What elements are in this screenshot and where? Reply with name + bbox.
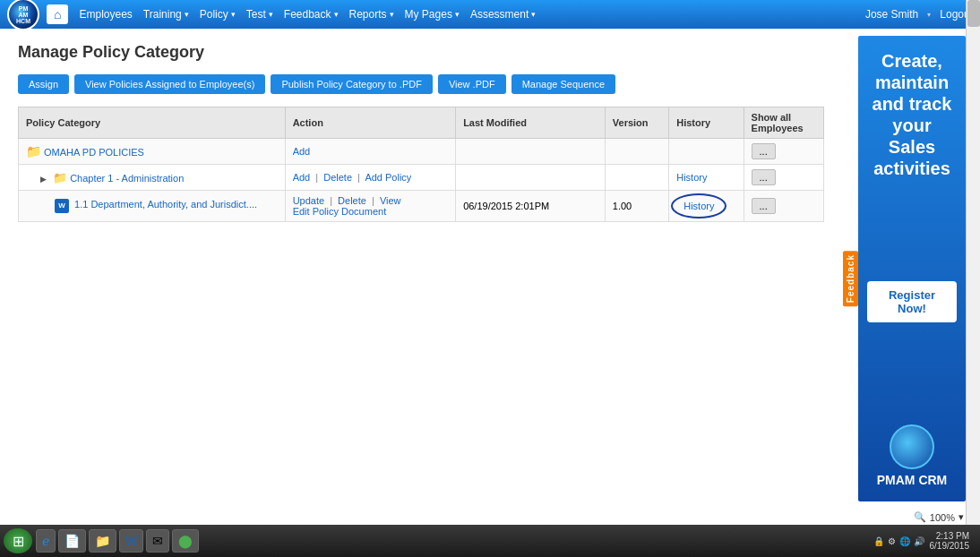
home-button[interactable]: ⌂ bbox=[47, 4, 68, 24]
main-content: Manage Policy Category Assign View Polic… bbox=[0, 29, 842, 236]
taskbar-mail[interactable]: ✉ bbox=[146, 529, 169, 553]
taskbar-clock: 2:13 PM 6/19/2015 bbox=[930, 531, 970, 551]
last-modified-cell bbox=[456, 139, 606, 165]
taskbar-pdf[interactable]: 📄 bbox=[58, 529, 86, 553]
nav-mypages[interactable]: My Pages ▾ bbox=[405, 8, 460, 21]
button-bar: Assign View Policies Assigned to Employe… bbox=[18, 74, 824, 94]
assign-button[interactable]: Assign bbox=[18, 74, 69, 94]
ad-brand: PMAM CRM bbox=[877, 473, 948, 487]
view-pdf-button[interactable]: View .PDF bbox=[438, 74, 506, 94]
taskbar-chrome[interactable]: ⬤ bbox=[172, 529, 199, 553]
th-history: History bbox=[669, 107, 744, 139]
history-link-row2[interactable]: History bbox=[676, 172, 707, 183]
system-icon-2: ⚙ bbox=[888, 536, 896, 546]
folder-icon: 📁 bbox=[53, 171, 67, 184]
th-version: Version bbox=[605, 107, 668, 139]
page-title: Manage Policy Category bbox=[18, 43, 824, 62]
word-icon: W bbox=[55, 199, 69, 213]
last-modified-cell: 06/19/2015 2:01PM bbox=[456, 191, 606, 222]
feedback-tab[interactable]: Feedback bbox=[843, 251, 858, 306]
add-link-row1[interactable]: Add bbox=[293, 146, 311, 157]
register-now-button[interactable]: Register Now! bbox=[867, 281, 957, 322]
nav-reports[interactable]: Reports ▾ bbox=[349, 8, 394, 21]
nav-policy[interactable]: Policy ▾ bbox=[200, 8, 236, 21]
taskbar-system-icons: 🔒 ⚙ 🌐 🔊 bbox=[873, 536, 924, 546]
zoom-dropdown-icon[interactable]: ▾ bbox=[959, 511, 964, 523]
app-logo: PMAMHCM bbox=[7, 0, 39, 30]
system-icon-3: 🌐 bbox=[899, 536, 910, 546]
policy-category-cell: W 1.1 Department, Authority, and Jurisdi… bbox=[19, 191, 286, 222]
taskbar-word[interactable]: W bbox=[119, 529, 143, 553]
nav-employees[interactable]: Employees bbox=[79, 8, 132, 21]
history-cell: History bbox=[669, 165, 744, 191]
policy-category-link[interactable]: OMAHA PD POLICIES bbox=[44, 147, 144, 158]
dots-button-row2[interactable]: ... bbox=[752, 169, 776, 185]
taskbar-items: ℯ 📄 📁 W ✉ ⬤ bbox=[36, 529, 199, 553]
user-name: Jose Smith bbox=[865, 8, 918, 21]
action-cell: Update | Delete | View Edit Policy Docum… bbox=[285, 191, 455, 222]
nav-right: Jose Smith ▾ Logout bbox=[865, 8, 973, 21]
th-last-modified: Last Modified bbox=[456, 107, 606, 139]
publish-pdf-button[interactable]: Publish Policy Category to .PDF bbox=[271, 74, 433, 94]
edit-policy-link-row3[interactable]: Edit Policy Document bbox=[293, 206, 387, 217]
taskbar-time: 2:13 PM bbox=[930, 531, 970, 541]
version-cell bbox=[605, 139, 668, 165]
th-policy-category: Policy Category bbox=[19, 107, 286, 139]
chapter1-link[interactable]: Chapter 1 - Administration bbox=[70, 173, 184, 184]
view-link-row3[interactable]: View bbox=[380, 195, 401, 206]
th-show-all-employees: Show all Employees bbox=[744, 107, 823, 139]
action-cell: Add | Delete | Add Policy bbox=[285, 165, 455, 191]
manage-sequence-button[interactable]: Manage Sequence bbox=[511, 74, 615, 94]
nav-training[interactable]: Training ▾ bbox=[143, 8, 189, 21]
separator: | bbox=[372, 195, 374, 206]
word-task-icon: W bbox=[125, 534, 137, 548]
ad-sidebar: Create, maintain and track your Sales ac… bbox=[858, 36, 966, 501]
user-dropdown-icon[interactable]: ▾ bbox=[927, 11, 931, 19]
table-row: W 1.1 Department, Authority, and Jurisdi… bbox=[19, 191, 824, 222]
scrollbar-thumb[interactable] bbox=[967, 0, 980, 27]
taskbar: ⊞ ℯ 📄 📁 W ✉ ⬤ 🔒 ⚙ 🌐 🔊 2:13 PM 6/19/2015 bbox=[0, 525, 980, 557]
policy-table: Policy Category Action Last Modified Ver… bbox=[18, 107, 824, 222]
table-row: 📁 OMAHA PD POLICIES Add ... bbox=[19, 139, 824, 165]
doc-link-row3[interactable]: 1.1 Department, Authority, and Jurisdict… bbox=[74, 199, 257, 210]
chrome-icon: ⬤ bbox=[178, 534, 193, 548]
history-circled-link-row3[interactable]: History bbox=[676, 197, 721, 215]
history-cell bbox=[669, 139, 744, 165]
add-link-row2[interactable]: Add bbox=[293, 172, 311, 183]
folder-task-icon: 📁 bbox=[95, 534, 110, 548]
view-policies-button[interactable]: View Policies Assigned to Employee(s) bbox=[74, 74, 265, 94]
dots-cell: ... bbox=[744, 165, 823, 191]
zoom-area: 🔍 100% ▾ bbox=[914, 511, 964, 523]
version-cell bbox=[605, 165, 668, 191]
nav-items: Employees Training ▾ Policy ▾ Test ▾ Fee… bbox=[79, 8, 864, 21]
dots-button-row3[interactable]: ... bbox=[752, 198, 776, 214]
zoom-level: 100% bbox=[930, 512, 955, 523]
delete-link-row2[interactable]: Delete bbox=[323, 172, 352, 183]
action-cell: Add bbox=[285, 139, 455, 165]
ie-icon: ℯ bbox=[42, 534, 49, 548]
nav-assessment[interactable]: Assessment ▾ bbox=[470, 8, 536, 21]
dots-cell: ... bbox=[744, 191, 823, 222]
expand-arrow-icon[interactable]: ▶ bbox=[40, 175, 47, 184]
home-icon: ⌂ bbox=[54, 7, 61, 21]
update-link-row3[interactable]: Update bbox=[293, 195, 324, 206]
start-button[interactable]: ⊞ bbox=[4, 528, 32, 553]
delete-link-row3[interactable]: Delete bbox=[338, 195, 366, 206]
folder-icon: 📁 bbox=[26, 144, 41, 159]
dots-cell: ... bbox=[744, 139, 823, 165]
last-modified-cell bbox=[456, 165, 606, 191]
top-navigation: PMAMHCM ⌂ Employees Training ▾ Policy ▾ … bbox=[0, 0, 980, 29]
taskbar-right: 🔒 ⚙ 🌐 🔊 2:13 PM 6/19/2015 bbox=[873, 531, 977, 551]
add-policy-link-row2[interactable]: Add Policy bbox=[365, 172, 411, 183]
scrollbar[interactable] bbox=[966, 0, 980, 557]
nav-feedback[interactable]: Feedback ▾ bbox=[284, 8, 339, 21]
ad-headline: Create, maintain and track your Sales ac… bbox=[867, 50, 957, 179]
dots-button-row1[interactable]: ... bbox=[752, 143, 776, 159]
ad-globe-icon bbox=[890, 424, 934, 469]
nav-test[interactable]: Test ▾ bbox=[246, 8, 273, 21]
taskbar-ie[interactable]: ℯ bbox=[36, 529, 56, 553]
taskbar-folder[interactable]: 📁 bbox=[89, 529, 116, 553]
mail-icon: ✉ bbox=[152, 534, 163, 548]
taskbar-date: 6/19/2015 bbox=[930, 541, 970, 551]
version-cell: 1.00 bbox=[605, 191, 668, 222]
